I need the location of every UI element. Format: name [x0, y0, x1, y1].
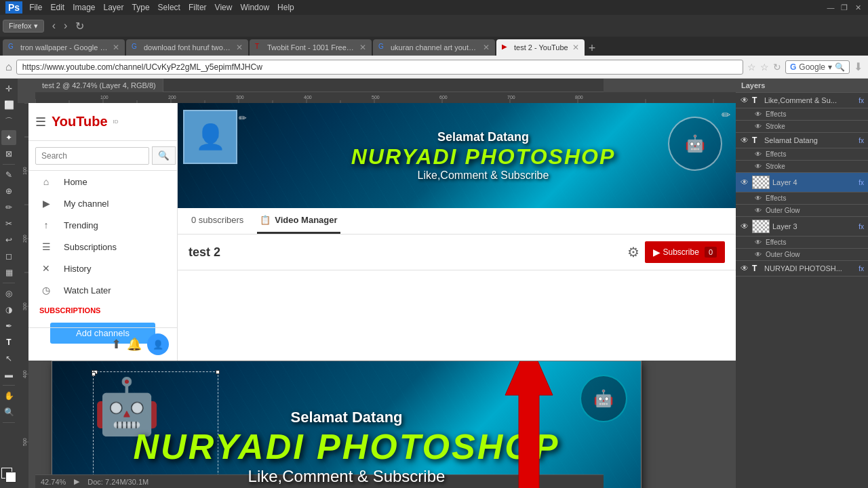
background-color[interactable]	[5, 472, 16, 483]
bookmark-star[interactable]: ☆	[747, 62, 756, 73]
ps-forward-icon[interactable]: ▶	[74, 477, 79, 486]
menu-layer[interactable]: Layer	[104, 3, 124, 12]
yt-nav-mychannel[interactable]: ▶ My channel	[28, 192, 177, 214]
menu-view[interactable]: View	[215, 3, 233, 12]
browser-tab-2[interactable]: G download font huruf two bit - G... ✕	[126, 39, 248, 56]
tab-video-manager[interactable]: 📋 Video Manager	[257, 208, 340, 234]
type-tool[interactable]: T	[1, 335, 16, 350]
menu-filter[interactable]: Filter	[189, 3, 207, 12]
menu-type[interactable]: Type	[132, 3, 150, 12]
search-engine-dropdown[interactable]: ▾	[828, 62, 832, 72]
ps-menu[interactable]: File Edit Image Layer Type Select Filter…	[29, 3, 294, 12]
edit-avatar-icon[interactable]: ✏	[239, 113, 247, 123]
close-btn[interactable]: ✕	[853, 3, 863, 12]
spot-healing-tool[interactable]: ⊕	[1, 184, 16, 199]
menu-window[interactable]: Window	[240, 3, 269, 12]
blur-tool[interactable]: ◎	[1, 286, 16, 301]
sublayer-eye-4[interactable]: 👁	[755, 163, 763, 170]
layer-eye-3[interactable]: 👁	[740, 222, 749, 231]
layer-fx-selamat[interactable]: fx	[859, 137, 864, 144]
forward-button[interactable]: ›	[61, 20, 70, 32]
refresh-icon[interactable]: ↻	[773, 62, 781, 73]
home-nav-button[interactable]: ⌂	[5, 61, 12, 73]
yt-search-button[interactable]: 🔍	[152, 146, 176, 165]
yt-nav-subscriptions[interactable]: ☰ Subscriptions	[28, 236, 177, 258]
clone-stamp-tool[interactable]: ✂	[1, 216, 16, 231]
settings-icon[interactable]: ⚙	[627, 244, 639, 260]
firefox-button[interactable]: Firefox ▾	[3, 20, 44, 33]
maximize-btn[interactable]: ❐	[840, 3, 849, 12]
back-button[interactable]: ‹	[50, 20, 58, 32]
tab-subscribers[interactable]: 0 subscribers	[189, 208, 246, 234]
tab-close-1[interactable]: ✕	[113, 43, 119, 52]
layer-fx-nuryadi[interactable]: fx	[859, 265, 864, 272]
shape-tool[interactable]: ▬	[1, 367, 16, 382]
pen-tool[interactable]: ✒	[1, 319, 16, 333]
refresh-button[interactable]: ↻	[73, 20, 87, 33]
tab-close-3[interactable]: ✕	[359, 43, 366, 52]
ps-window-controls[interactable]: — ❐ ✕	[826, 3, 863, 12]
layer-fx-4[interactable]: fx	[859, 179, 864, 186]
layer-fx-like[interactable]: fx	[859, 97, 864, 104]
sublayer-eye-2[interactable]: 👁	[755, 123, 763, 130]
search-engine-box[interactable]: G Google ▾ 🔍	[785, 60, 850, 74]
minimize-btn[interactable]: —	[826, 3, 835, 12]
sublayer-eye-7[interactable]: 👁	[755, 239, 763, 246]
menu-select[interactable]: Select	[158, 3, 180, 12]
sublayer-eye-1[interactable]: 👁	[755, 110, 763, 118]
layer-like-comment[interactable]: 👁 T Like,Comment & Su... fx	[736, 93, 868, 108]
browser-tab-1[interactable]: G tron wallpaper - Google Search ✕	[3, 39, 125, 56]
dodge-tool[interactable]: ◑	[1, 302, 16, 317]
subscribe-button[interactable]: ▶ Subscribe 0	[645, 241, 726, 263]
tab-close-5[interactable]: ✕	[572, 43, 579, 52]
history-brush-tool[interactable]: ↩	[1, 232, 16, 247]
layer-eye-selamat[interactable]: 👁	[740, 136, 749, 145]
browser-tab-4[interactable]: G ukuran channel art youtube - G... ✕	[373, 39, 495, 56]
layer-3[interactable]: 👁 Layer 3 fx	[736, 217, 868, 237]
eyedropper-tool[interactable]: ✎	[1, 167, 16, 182]
layer-eye-4[interactable]: 👁	[740, 178, 749, 187]
path-select-tool[interactable]: ↖	[1, 351, 16, 366]
sublayer-eye-6[interactable]: 👁	[755, 207, 763, 214]
sublayer-eye-8[interactable]: 👁	[755, 251, 763, 258]
download-icon[interactable]: ⬇	[854, 60, 863, 73]
gradient-tool[interactable]: ▦	[1, 265, 16, 280]
menu-image[interactable]: Image	[73, 3, 95, 12]
layer-nuryadi[interactable]: 👁 T NURYADI PHOTOSH... fx	[736, 261, 868, 277]
yt-nav-trending[interactable]: ↑ Trending	[28, 214, 177, 236]
search-icon[interactable]: 🔍	[835, 62, 845, 72]
menu-edit[interactable]: Edit	[50, 3, 64, 12]
rectangular-select-tool[interactable]: ⬜	[1, 98, 16, 113]
yt-search-input[interactable]	[35, 147, 149, 165]
ps-document-tab[interactable]: test 2 @ 42.74% (Layer 4, RGB/8)	[35, 79, 163, 92]
yt-nav-watchlater[interactable]: ◷ Watch Later	[28, 279, 177, 301]
crop-tool[interactable]: ⊠	[1, 146, 16, 161]
yt-nav-home[interactable]: ⌂ Home	[28, 171, 177, 192]
browser-tab-5[interactable]: ▶ test 2 - YouTube ✕	[496, 39, 585, 56]
tab-close-4[interactable]: ✕	[483, 43, 490, 52]
brush-tool[interactable]: ✏	[1, 200, 16, 215]
menu-help[interactable]: Help	[277, 3, 294, 12]
layer-eye-nuryadi[interactable]: 👁	[740, 264, 749, 273]
rss-icon[interactable]: ☆	[760, 62, 769, 73]
layer-eye-like[interactable]: 👁	[740, 96, 749, 105]
tab-close-2[interactable]: ✕	[236, 43, 243, 52]
sublayer-eye-5[interactable]: 👁	[755, 195, 763, 202]
color-boxes[interactable]	[1, 468, 16, 483]
layer-fx-3[interactable]: fx	[859, 223, 864, 230]
yt-nav-history[interactable]: ✕ History	[28, 258, 177, 279]
yt-hamburger-icon[interactable]: ☰	[35, 115, 46, 129]
sublayer-eye-3[interactable]: 👁	[755, 150, 763, 158]
yt-avatar[interactable]: 👤	[183, 110, 237, 164]
magic-wand-tool[interactable]: ✦	[1, 130, 16, 145]
move-tool[interactable]: ✛	[1, 81, 16, 96]
edit-banner-icon[interactable]: ✏	[722, 108, 730, 121]
browser-tab-3[interactable]: T Twobit Font - 1001 Free Fonts ✕	[250, 39, 372, 56]
notifications-icon[interactable]: 🔔	[127, 337, 142, 352]
layer-4[interactable]: 👁 Layer 4 fx	[736, 173, 868, 192]
address-input[interactable]	[16, 60, 743, 75]
eraser-tool[interactable]: ◻	[1, 249, 16, 264]
zoom-tool[interactable]: 🔍	[1, 405, 16, 420]
upload-icon[interactable]: ⬆	[111, 337, 121, 352]
user-avatar[interactable]: 👤	[147, 333, 169, 355]
